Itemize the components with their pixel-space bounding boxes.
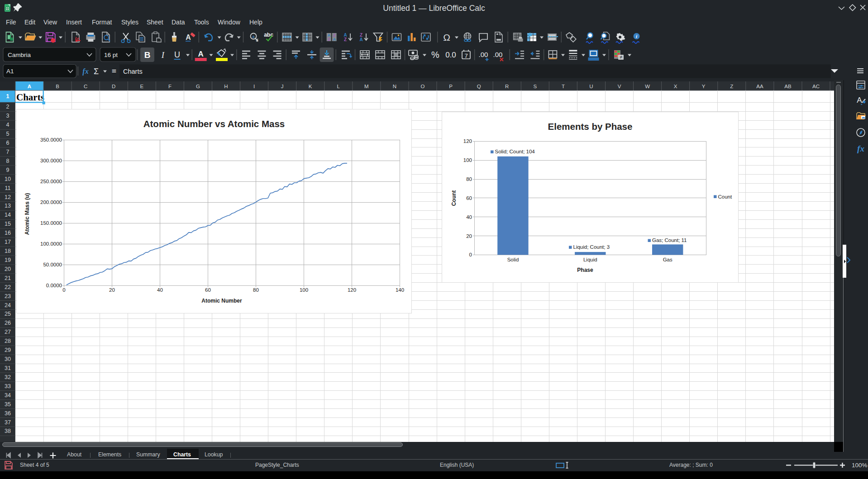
svg-text:27: 27 bbox=[5, 329, 11, 335]
svg-text:AB: AB bbox=[784, 84, 792, 89]
svg-text:15: 15 bbox=[5, 221, 11, 227]
svg-text:60: 60 bbox=[205, 287, 211, 293]
svg-text:36: 36 bbox=[5, 410, 11, 417]
svg-text:M: M bbox=[364, 84, 369, 89]
svg-text:20: 20 bbox=[5, 266, 11, 272]
svg-text:.00: .00 bbox=[479, 51, 488, 58]
svg-text:Charts: Charts bbox=[123, 68, 143, 75]
svg-text:.00: .00 bbox=[493, 51, 503, 58]
svg-text:I: I bbox=[253, 84, 255, 89]
svg-text:R: R bbox=[505, 84, 509, 89]
svg-text:A: A bbox=[333, 37, 336, 42]
svg-text:T: T bbox=[562, 84, 565, 89]
svg-text:13: 13 bbox=[5, 203, 11, 209]
svg-text:26: 26 bbox=[5, 320, 11, 326]
svg-text:16: 16 bbox=[5, 230, 11, 236]
svg-text:Liquid; Count; 3: Liquid; Count; 3 bbox=[573, 244, 610, 250]
svg-text:W: W bbox=[645, 84, 650, 89]
svg-text:6: 6 bbox=[6, 140, 10, 146]
svg-text:100: 100 bbox=[463, 157, 472, 163]
svg-text:350.0000: 350.0000 bbox=[40, 137, 62, 142]
svg-text:29: 29 bbox=[5, 347, 11, 353]
svg-text:fx: fx bbox=[82, 67, 88, 76]
svg-text:I: I bbox=[161, 50, 165, 60]
svg-text:Atomic Number vs Atomic Mass: Atomic Number vs Atomic Mass bbox=[143, 119, 285, 129]
svg-text:120: 120 bbox=[463, 138, 472, 144]
svg-text:34: 34 bbox=[5, 392, 11, 398]
svg-text:X: X bbox=[674, 84, 677, 89]
svg-text:Count: Count bbox=[718, 194, 732, 199]
svg-text:S: S bbox=[533, 84, 537, 89]
svg-text:120: 120 bbox=[348, 287, 356, 293]
svg-text:0: 0 bbox=[469, 252, 472, 257]
svg-text:32: 32 bbox=[5, 374, 11, 380]
svg-text:Gas; Count; 11: Gas; Count; 11 bbox=[652, 237, 687, 243]
svg-text:60: 60 bbox=[466, 195, 472, 201]
svg-text:20: 20 bbox=[466, 233, 472, 239]
svg-text:100: 100 bbox=[300, 287, 308, 293]
svg-text:9: 9 bbox=[6, 167, 10, 173]
svg-text:Z: Z bbox=[344, 37, 347, 42]
svg-text:E: E bbox=[140, 84, 143, 89]
svg-text:11: 11 bbox=[5, 185, 11, 191]
svg-text:Ω: Ω bbox=[443, 32, 450, 43]
svg-text:F: F bbox=[168, 84, 172, 89]
svg-text:U: U bbox=[174, 50, 180, 59]
svg-text:Charts: Charts bbox=[16, 92, 44, 103]
svg-text:Liquid: Liquid bbox=[583, 257, 597, 262]
svg-text:Phase: Phase bbox=[577, 267, 593, 273]
svg-text:P: P bbox=[449, 84, 453, 89]
svg-text:H: H bbox=[224, 84, 228, 89]
svg-text:≠: ≠ bbox=[620, 54, 622, 60]
svg-text:37: 37 bbox=[5, 419, 11, 426]
svg-text:7: 7 bbox=[464, 52, 467, 59]
svg-text:0.0000: 0.0000 bbox=[46, 283, 62, 288]
svg-text:Y: Y bbox=[702, 84, 706, 89]
svg-text:23: 23 bbox=[5, 293, 11, 299]
svg-text:L: L bbox=[337, 84, 340, 89]
svg-text:O: O bbox=[421, 84, 425, 89]
svg-text:A: A bbox=[186, 33, 191, 41]
svg-text:Q: Q bbox=[477, 84, 481, 89]
svg-text:D: D bbox=[112, 84, 115, 89]
svg-text:AA: AA bbox=[756, 84, 763, 89]
svg-text:200.0000: 200.0000 bbox=[40, 199, 62, 205]
svg-text:B: B bbox=[144, 50, 151, 60]
svg-text:Atomic Mass (u): Atomic Mass (u) bbox=[24, 193, 30, 235]
svg-text:A: A bbox=[857, 96, 862, 104]
svg-text:300.0000: 300.0000 bbox=[40, 158, 62, 163]
svg-text:3: 3 bbox=[6, 113, 10, 119]
svg-text:17: 17 bbox=[5, 239, 11, 245]
svg-text:A1: A1 bbox=[6, 68, 14, 75]
svg-text:C: C bbox=[84, 84, 87, 89]
svg-text:Z: Z bbox=[730, 84, 733, 89]
svg-text:25: 25 bbox=[5, 311, 11, 317]
svg-text:1: 1 bbox=[6, 93, 10, 100]
svg-text:G: G bbox=[196, 84, 200, 89]
svg-text:7: 7 bbox=[6, 149, 10, 155]
svg-text:24: 24 bbox=[5, 302, 11, 308]
svg-text:B: B bbox=[56, 84, 59, 89]
svg-text:5: 5 bbox=[6, 131, 10, 137]
svg-text:22: 22 bbox=[5, 284, 11, 290]
svg-text:Atomic Number: Atomic Number bbox=[201, 298, 242, 304]
svg-text:100.0000: 100.0000 bbox=[40, 241, 62, 247]
svg-text:Solid; Count; 104: Solid; Count; 104 bbox=[495, 149, 535, 154]
svg-text:abc: abc bbox=[264, 32, 273, 38]
svg-text:A: A bbox=[198, 50, 204, 58]
svg-text:33: 33 bbox=[5, 383, 11, 389]
svg-text:12: 12 bbox=[5, 194, 11, 200]
svg-text:J: J bbox=[281, 84, 284, 89]
svg-text:Cambria: Cambria bbox=[8, 52, 31, 58]
svg-text:20: 20 bbox=[109, 287, 115, 293]
svg-text:d: d bbox=[256, 38, 258, 43]
svg-text:N: N bbox=[393, 84, 396, 89]
svg-text:19: 19 bbox=[5, 257, 11, 263]
svg-text:8: 8 bbox=[6, 158, 10, 164]
svg-text:0.0: 0.0 bbox=[445, 51, 456, 59]
svg-text:250.0000: 250.0000 bbox=[40, 179, 62, 184]
svg-text:Count: Count bbox=[451, 190, 457, 206]
svg-text:10: 10 bbox=[5, 176, 11, 182]
svg-text:21: 21 bbox=[5, 275, 11, 281]
svg-text:2: 2 bbox=[6, 104, 10, 110]
